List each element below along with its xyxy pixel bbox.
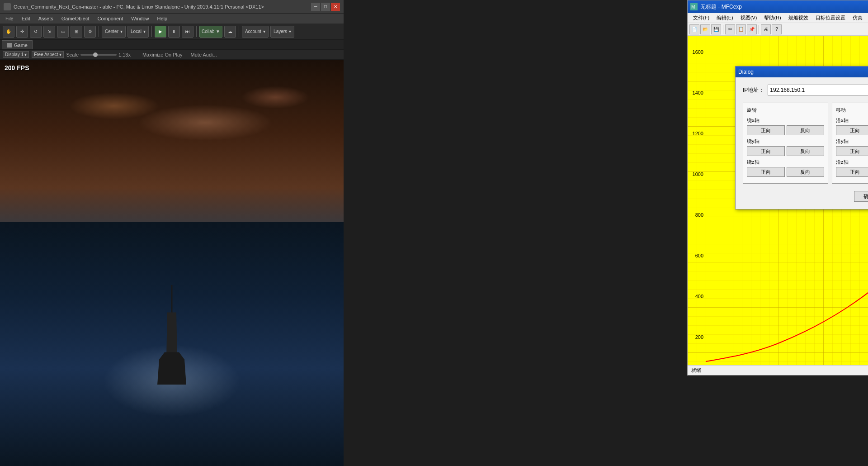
ok-button[interactable]: 确定 xyxy=(854,191,868,202)
center-label: Center xyxy=(105,29,118,34)
movement-group-title: 移动 xyxy=(836,107,868,114)
local-dropdown[interactable]: Local ▾ xyxy=(127,26,149,38)
menu-component[interactable]: Component xyxy=(94,15,127,22)
rotation-x-reverse-button[interactable]: 反向 xyxy=(787,125,825,135)
menu-assets[interactable]: Assets xyxy=(35,15,57,22)
menu-window[interactable]: Window xyxy=(127,15,152,22)
dialog: Dialog ✕ IP地址： 连接 旋转 xyxy=(735,66,868,209)
rotate-tool-button[interactable]: ↺ xyxy=(30,26,42,38)
unity-title: Ocean_Community_Next_Gen-master - able -… xyxy=(14,4,308,10)
collab-label: Collab ▼ xyxy=(202,29,220,34)
rotation-y-label: 绕y轴 xyxy=(747,138,824,145)
rotation-z-row: 绕z轴 正向 反向 xyxy=(747,159,824,177)
layers-dropdown[interactable]: Layers ▾ xyxy=(270,26,294,38)
dialog-footer: 确定 取消 xyxy=(743,187,868,202)
rect-tool-button[interactable]: ▭ xyxy=(57,26,69,38)
display-dropdown[interactable]: Display 1 ▾ xyxy=(3,51,29,58)
rotation-group: 旋转 绕x轴 正向 反向 绕y轴 正 xyxy=(743,103,828,184)
rotation-x-label: 绕x轴 xyxy=(747,117,824,124)
movement-y-forward-button[interactable]: 正向 xyxy=(836,146,868,156)
account-label: Account xyxy=(245,29,261,34)
scale-text-label: Scale xyxy=(66,52,79,57)
pause-button[interactable]: ⏸ xyxy=(168,26,180,38)
separator-1 xyxy=(99,26,99,37)
separator-4 xyxy=(239,26,239,37)
ip-input[interactable] xyxy=(768,85,868,95)
game-tabs: Game xyxy=(0,40,344,50)
rotation-x-forward-button[interactable]: 正向 xyxy=(747,125,785,135)
hand-tool-button[interactable]: ✋ xyxy=(3,26,14,38)
close-unity-button[interactable]: ✕ xyxy=(331,3,340,11)
step-button[interactable]: ⏭ xyxy=(182,26,193,38)
movement-z-label: 沿z轴 xyxy=(836,159,868,166)
ship-silhouette xyxy=(136,285,208,385)
scale-slider[interactable] xyxy=(80,54,117,56)
rotation-group-title: 旋转 xyxy=(747,107,824,114)
menu-gameobject[interactable]: GameObject xyxy=(58,15,93,22)
rotation-x-btns: 正向 反向 xyxy=(747,125,824,135)
unity-logo-icon xyxy=(4,3,11,10)
rotation-y-forward-button[interactable]: 正向 xyxy=(747,146,785,156)
dialog-titlebar: Dialog ✕ xyxy=(736,67,868,77)
move-tool-button[interactable]: ✛ xyxy=(16,26,28,38)
separator-3 xyxy=(196,26,197,37)
cloud-2 xyxy=(137,105,273,141)
game-viewport: 200 FPS xyxy=(0,60,344,466)
aspect-label: Free Aspect xyxy=(34,52,58,57)
display-chevron-icon: ▾ xyxy=(24,52,27,57)
game-bar: Display 1 ▾ Free Aspect ▾ Scale 1.13x Ma… xyxy=(0,50,344,60)
right-area: M 无标题 - MFCexp ─ □ ✕ 文件(F) 编辑(E) 视图(V) 帮… xyxy=(344,0,687,466)
rotation-z-btns: 正向 反向 xyxy=(747,167,824,177)
cloud-3 xyxy=(241,86,309,109)
rotation-y-btns: 正向 反向 xyxy=(747,146,824,156)
rotation-z-forward-button[interactable]: 正向 xyxy=(747,167,785,177)
play-button[interactable]: ▶ xyxy=(155,26,166,38)
maximize-button[interactable]: □ xyxy=(321,3,330,11)
custom-tool-button[interactable]: ⚙ xyxy=(84,26,96,38)
dialog-body: IP地址： 连接 旋转 绕x轴 正向 xyxy=(736,77,868,209)
menu-help[interactable]: Help xyxy=(153,15,171,22)
account-dropdown[interactable]: Account ▾ xyxy=(242,26,269,38)
ship-body xyxy=(154,348,190,385)
movement-x-label: 沿x轴 xyxy=(836,117,868,124)
movement-x-row: 沿x轴 正向 反向 xyxy=(836,117,868,135)
movement-y-btns: 正向 反向 xyxy=(836,146,868,156)
scale-thumb[interactable] xyxy=(93,52,98,57)
dialog-overlay: Dialog ✕ IP地址： 连接 旋转 xyxy=(688,0,868,375)
cloud-button[interactable]: ☁ xyxy=(224,26,236,38)
movement-x-forward-button[interactable]: 正向 xyxy=(836,125,868,135)
rotation-x-row: 绕x轴 正向 反向 xyxy=(747,117,824,135)
game-tab-label: Game xyxy=(14,43,28,48)
movement-y-row: 沿y轴 正向 反向 xyxy=(836,138,868,156)
fps-counter: 200 FPS xyxy=(5,64,29,71)
rotation-y-row: 绕y轴 正向 反向 xyxy=(747,138,824,156)
center-chevron-icon: ▾ xyxy=(120,29,123,34)
aspect-dropdown[interactable]: Free Aspect ▾ xyxy=(32,51,63,58)
minimize-button[interactable]: ─ xyxy=(311,3,320,11)
game-tab-icon xyxy=(7,43,12,48)
display-label: Display 1 xyxy=(5,52,24,57)
mute-label: Mute Audi... xyxy=(191,52,217,57)
menu-edit[interactable]: Edit xyxy=(18,15,34,22)
layers-chevron-icon: ▾ xyxy=(289,29,291,34)
game-tab[interactable]: Game xyxy=(2,40,33,49)
aspect-chevron-icon: ▾ xyxy=(59,52,61,57)
layers-label: Layers xyxy=(274,29,287,34)
mfc-window: M 无标题 - MFCexp ─ □ ✕ 文件(F) 编辑(E) 视图(V) 帮… xyxy=(687,0,868,376)
movement-y-label: 沿y轴 xyxy=(836,138,868,145)
center-dropdown[interactable]: Center ▾ xyxy=(102,26,126,38)
transform-tool-button[interactable]: ⊞ xyxy=(71,26,82,38)
menu-file[interactable]: File xyxy=(2,15,17,22)
scale-tool-button[interactable]: ⇲ xyxy=(43,26,55,38)
collab-button[interactable]: Collab ▼ xyxy=(199,26,222,38)
ip-row: IP地址： 连接 xyxy=(743,85,868,95)
scale-container: Scale 1.13x xyxy=(66,52,131,57)
account-chevron-icon: ▾ xyxy=(263,29,265,34)
movement-group: 移动 沿x轴 正向 反向 沿y轴 正 xyxy=(832,103,868,184)
local-chevron-icon: ▾ xyxy=(143,29,146,34)
rotation-z-reverse-button[interactable]: 反向 xyxy=(787,167,825,177)
movement-z-forward-button[interactable]: 正向 xyxy=(836,167,868,177)
rotation-y-reverse-button[interactable]: 反向 xyxy=(787,146,825,156)
unity-menubar: File Edit Assets GameObject Component Wi… xyxy=(0,14,344,24)
ship-mast xyxy=(171,285,173,317)
